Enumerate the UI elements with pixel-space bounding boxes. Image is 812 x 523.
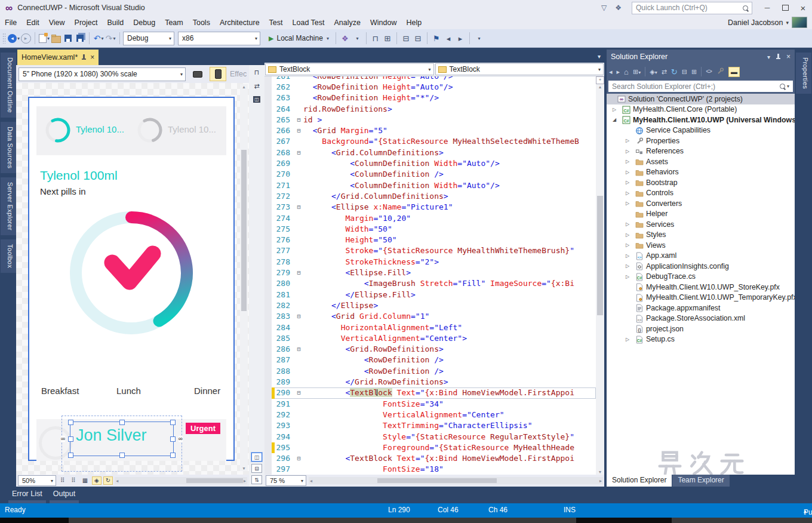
collapsed-arrow-icon[interactable]: ▷ [625, 190, 630, 196]
split-window-grip[interactable]: + [596, 76, 604, 84]
selection-adorner[interactable]: ∞ ∞ [70, 422, 174, 456]
fold-box-icon[interactable]: ⊟ [294, 311, 303, 322]
code-line-294[interactable]: 294 Style="{StaticResource RegularTextSt… [264, 432, 596, 442]
fold-box-icon[interactable]: ⊟ [294, 125, 303, 136]
side-tab-server-explorer[interactable]: Server Explorer [1, 177, 16, 235]
code-line-286[interactable]: 286⊟ <Grid.RowDefinitions> [264, 344, 596, 355]
se-preview-selected-toggle[interactable]: ▬ [728, 67, 740, 77]
se-sync-button[interactable]: ⇄ [662, 69, 667, 75]
designer-vertical-scrollbar[interactable]: ▴ ▾ [240, 84, 248, 471]
code-line-291[interactable]: 291 FontSize="34" [264, 399, 596, 410]
code-line-270[interactable]: 270 <ColumnDefinition /> [264, 169, 596, 180]
se-refresh-button[interactable]: ↻ [671, 68, 678, 76]
menu-tools[interactable]: Tools [188, 19, 215, 27]
toolbar-options-button[interactable]: ▾ [473, 31, 485, 45]
menu-edit[interactable]: Edit [21, 19, 44, 27]
menu-build[interactable]: Build [102, 19, 128, 27]
side-tab-data-sources[interactable]: Data Sources [1, 122, 16, 173]
tab-list-dropdown-icon[interactable]: ▾ [598, 53, 601, 60]
tree-item-service-capabilities[interactable]: Service Capabilities [607, 125, 795, 136]
code-line-281[interactable]: 281 </Ellipse.Fill> [264, 290, 596, 300]
code-line-275[interactable]: 275 Width="50" [264, 224, 596, 235]
se-back-button[interactable]: ◂ [609, 69, 613, 75]
side-tab-toolbox[interactable]: Toolbox [1, 239, 16, 273]
open-file-button[interactable] [50, 31, 62, 45]
collapsed-arrow-icon[interactable]: ▷ [625, 242, 630, 248]
se-properties-button[interactable]: ⊞ [691, 69, 697, 75]
swap-panes-icon[interactable]: ⇄ [254, 82, 259, 90]
menu-analyze[interactable]: Analyze [330, 19, 365, 27]
code-line-293[interactable]: 293 TextTrimming="CharacterEllipsis" [264, 420, 596, 431]
side-tab-document-outline[interactable]: Document Outline [1, 53, 16, 118]
code-line-268[interactable]: 268⊟ <Grid.ColumnDefinitions> [264, 147, 596, 158]
code-line-285[interactable]: 285 VerticalAlignment="Center"> [264, 333, 596, 344]
tree-item-controls[interactable]: ▷Controls [607, 188, 795, 199]
members-dropdown[interactable]: TextBlock ▾ [435, 63, 604, 75]
tree-item-converters[interactable]: ▷Converters [607, 198, 795, 209]
code-line-261[interactable]: 261 <RowDefinition Height="Auto"/> [264, 76, 596, 82]
code-line-265[interactable]: 265⊟id > [264, 115, 596, 125]
tree-item-helper[interactable]: Helper [607, 209, 795, 220]
code-line-266[interactable]: 266⊟ <Grid Margin="5" [264, 125, 596, 136]
tree-item-myhealth-client-w10-uwp-temporarykey-pfx[interactable]: MyHealth.Client.W10.UWP_TemporaryKey.pfx [607, 293, 795, 303]
vertical-split-button[interactable]: ◫ [251, 453, 262, 462]
menu-file[interactable]: File [0, 19, 21, 27]
collapsed-arrow-icon[interactable]: ▷ [625, 253, 630, 259]
quick-launch-input[interactable]: Quick Launch (Ctrl+Q) [632, 2, 752, 14]
scrollbar-thumb[interactable] [186, 478, 243, 483]
tab-error-list[interactable]: Error List [12, 490, 42, 502]
code-line-262[interactable]: 262 <RowDefinition Height="Auto"/> [264, 82, 596, 93]
window-position-icon[interactable]: ▾ [767, 54, 770, 60]
code-line-283[interactable]: 283⊟ <Grid Grid.Column="1" [264, 311, 596, 322]
editor-zoom-dropdown[interactable]: 75 % ▾ [266, 475, 306, 486]
tree-item-setup-cs[interactable]: ▷C#Setup.cs [607, 334, 795, 345]
document-tab-homeview[interactable]: HomeView.xaml* × [17, 50, 99, 65]
collapsed-arrow-icon[interactable]: ▷ [625, 159, 630, 164]
solution-explorer-title-bar[interactable]: Solution Explorer ▾ × [607, 50, 795, 64]
se-properties-wrench-button[interactable] [716, 67, 724, 76]
avatar[interactable] [792, 17, 807, 28]
save-button[interactable] [62, 31, 74, 45]
collapsed-arrow-icon[interactable]: ▷ [611, 107, 617, 112]
pin-icon[interactable] [82, 54, 86, 61]
tree-item-properties[interactable]: ▷Properties [607, 136, 795, 146]
menu-window[interactable]: Window [365, 19, 401, 27]
toolbar-overflow-button[interactable]: ▾ [351, 31, 363, 45]
code-line-280[interactable]: 280 <ImageBrush Stretch="Fill" ImageSour… [264, 278, 596, 289]
fold-box-icon[interactable]: ⊟ [294, 267, 303, 278]
menu-test[interactable]: Test [264, 19, 288, 27]
code-line-278[interactable]: 278 StrokeThickness="2"> [264, 257, 596, 267]
tree-item-behaviors[interactable]: ▷Behaviors [607, 167, 795, 178]
fold-box-icon[interactable]: ⊟ [294, 147, 303, 158]
tree-item-app-xaml[interactable]: ▷<>App.xaml [607, 251, 795, 262]
phone-artboard[interactable]: Tylenol 10... Tylenol 10... Tylenol 100m… [28, 97, 235, 461]
navigate-symbol-button[interactable]: ⊞ [382, 31, 393, 45]
tree-item-package-appxmanifest[interactable]: Package.appxmanifest [607, 303, 795, 313]
code-line-272[interactable]: 272 </Grid.ColumnDefinitions> [264, 191, 596, 202]
expanded-arrow-icon[interactable]: ◢ [611, 117, 617, 122]
tab-solution-explorer[interactable]: Solution Explorer [607, 475, 672, 487]
tree-item-assets[interactable]: ▷Assets [607, 156, 795, 167]
tree-item-myhealth-client-core-portable-[interactable]: ▷C#MyHealth.Client.Core (Portable) [607, 104, 795, 115]
collapsed-arrow-icon[interactable]: ▷ [625, 221, 630, 227]
code-line-276[interactable]: 276 Height="50" [264, 235, 596, 245]
code-line-279[interactable]: 279⊟ <Ellipse.Fill> [264, 267, 596, 278]
device-preview-icon[interactable]: ⊓ [254, 69, 260, 76]
code-line-290[interactable]: 290⊟ <TextBlock Text="{x:Bind HomeViewMo… [264, 387, 596, 398]
fold-box-icon[interactable]: ⊟ [294, 344, 303, 355]
code-line-292[interactable]: 292 VerticalAlignment="Center" [264, 410, 596, 420]
snaplines-toggle-button[interactable]: ◈ [92, 476, 102, 485]
code-line-267[interactable]: 267 Background="{StaticResource MyHealth… [264, 136, 596, 147]
user-name[interactable]: Daniel Jacobson [728, 19, 783, 27]
minimize-button[interactable]: ─ [758, 0, 776, 16]
show-grid-button[interactable]: ⠿ [58, 476, 67, 485]
designer-canvas[interactable]: Tylenol 10... Tylenol 10... Tylenol 100m… [16, 83, 249, 475]
code-line-269[interactable]: 269 <ColumnDefinition Width="Auto"/> [264, 158, 596, 169]
code-line-297[interactable]: 297 FontSize="18" [264, 464, 596, 475]
tree-item-references[interactable]: ▷References [607, 146, 795, 157]
code-line-273[interactable]: 273⊟ <Ellipse x:Name="Picture1" [264, 202, 596, 213]
menu-view[interactable]: View [44, 19, 70, 27]
start-debugging-button[interactable]: ▶ Local Machine ▾ [265, 34, 333, 42]
tree-item-views[interactable]: ▷Views [607, 240, 795, 251]
fold-box-icon[interactable]: ⊟ [294, 387, 303, 398]
